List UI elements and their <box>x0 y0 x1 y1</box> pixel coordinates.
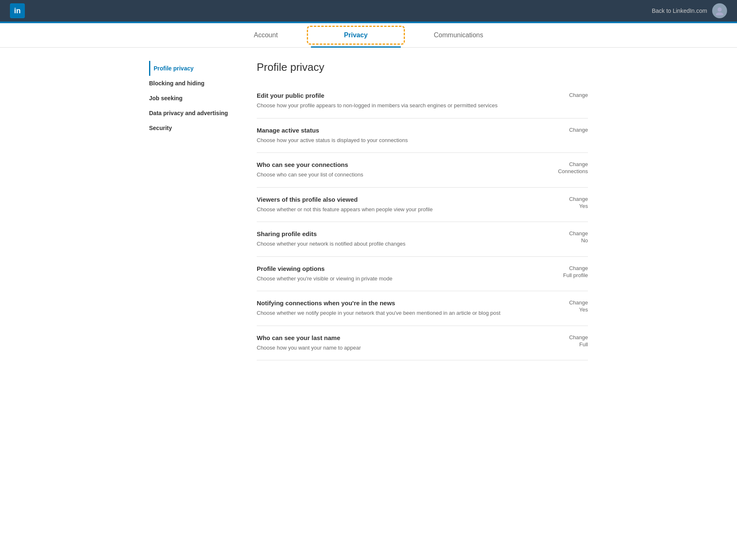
settings-action-sharing-profile-edits[interactable]: Change No <box>538 230 588 244</box>
settings-title-edit-public-profile: Edit your public profile <box>257 92 538 99</box>
page-content: Profile privacy Blocking and hiding Job … <box>141 48 596 374</box>
settings-title-sharing-profile-edits: Sharing profile edits <box>257 230 538 237</box>
main-content: Profile privacy Edit your public profile… <box>257 61 588 360</box>
svg-point-1 <box>716 12 723 15</box>
sidebar-item-blocking-hiding[interactable]: Blocking and hiding <box>149 76 240 91</box>
settings-title-viewers-also-viewed: Viewers of this profile also viewed <box>257 196 538 203</box>
settings-row-content: Edit your public profile Choose how your… <box>257 92 538 110</box>
settings-desc-profile-viewing-options: Choose whether you're visible or viewing… <box>257 275 538 283</box>
sidebar-item-data-privacy[interactable]: Data privacy and advertising <box>149 106 240 121</box>
settings-row-who-can-see-connections: Who can see your connections Choose who … <box>257 153 588 188</box>
tab-communications[interactable]: Communications <box>401 23 516 47</box>
settings-desc-notifying-connections-news: Choose whether we notify people in your … <box>257 309 538 317</box>
settings-desc-edit-public-profile: Choose how your profile appears to non-l… <box>257 101 538 110</box>
settings-title-manage-active-status: Manage active status <box>257 127 538 134</box>
settings-action-viewers-also-viewed[interactable]: Change Yes <box>538 196 588 209</box>
top-bar-right: Back to LinkedIn.com <box>652 3 727 18</box>
settings-row-notifying-connections-news: Notifying connections when you're in the… <box>257 291 588 326</box>
settings-desc-sharing-profile-edits: Choose whether your network is notified … <box>257 240 538 248</box>
sidebar-item-security[interactable]: Security <box>149 121 240 135</box>
settings-row-profile-viewing-options: Profile viewing options Choose whether y… <box>257 257 588 292</box>
settings-row-edit-public-profile: Edit your public profile Choose how your… <box>257 84 588 118</box>
main-tabs: Account Privacy Communications <box>0 23 737 48</box>
settings-row-viewers-also-viewed: Viewers of this profile also viewed Choo… <box>257 188 588 222</box>
settings-title-notifying-connections-news: Notifying connections when you're in the… <box>257 299 538 307</box>
settings-row-who-can-see-last-name: Who can see your last name Choose how yo… <box>257 326 588 361</box>
settings-row-sharing-profile-edits: Sharing profile edits Choose whether you… <box>257 222 588 257</box>
settings-action-manage-active-status[interactable]: Change <box>538 127 588 134</box>
svg-point-0 <box>718 7 722 12</box>
settings-desc-viewers-also-viewed: Choose whether or not this feature appea… <box>257 205 538 214</box>
settings-title-who-can-see-connections: Who can see your connections <box>257 161 538 168</box>
avatar[interactable] <box>712 3 727 18</box>
back-to-linkedin-link[interactable]: Back to LinkedIn.com <box>652 7 707 14</box>
settings-title-who-can-see-last-name: Who can see your last name <box>257 334 538 341</box>
sidebar-item-job-seeking[interactable]: Job seeking <box>149 91 240 106</box>
settings-action-profile-viewing-options[interactable]: Change Full profile <box>538 265 588 278</box>
settings-action-who-can-see-connections[interactable]: Change Connections <box>538 161 588 174</box>
settings-action-notifying-connections-news[interactable]: Change Yes <box>538 299 588 313</box>
settings-desc-manage-active-status: Choose how your active status is display… <box>257 136 538 145</box>
tab-privacy[interactable]: Privacy <box>311 23 401 47</box>
settings-desc-who-can-see-connections: Choose who can see your list of connecti… <box>257 171 538 179</box>
top-bar: in Back to LinkedIn.com <box>0 0 737 22</box>
settings-row-manage-active-status: Manage active status Choose how your act… <box>257 118 588 153</box>
tab-account[interactable]: Account <box>221 23 311 47</box>
settings-title-profile-viewing-options: Profile viewing options <box>257 265 538 272</box>
sidebar-item-profile-privacy[interactable]: Profile privacy <box>149 61 240 76</box>
linkedin-logo[interactable]: in <box>10 3 25 18</box>
sidebar: Profile privacy Blocking and hiding Job … <box>149 61 240 360</box>
settings-desc-who-can-see-last-name: Choose how you want your name to appear <box>257 344 538 352</box>
page-title: Profile privacy <box>257 61 588 74</box>
settings-action-who-can-see-last-name[interactable]: Change Full <box>538 334 588 348</box>
settings-action-edit-public-profile[interactable]: Change <box>538 92 588 99</box>
